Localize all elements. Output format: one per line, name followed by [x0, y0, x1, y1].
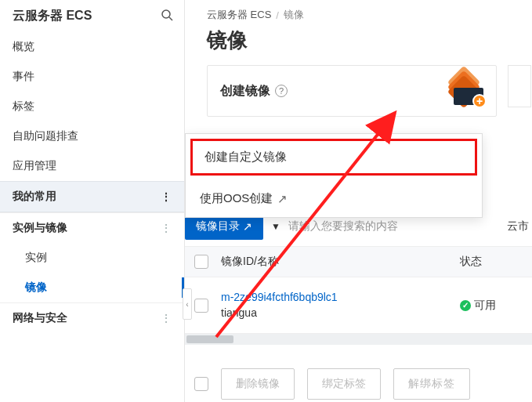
help-icon[interactable]: ? [275, 85, 288, 97]
breadcrumb-separator: / [276, 9, 279, 21]
image-stack-icon: + [440, 77, 483, 105]
sidebar-item-selfcheck[interactable]: 自助问题排查 [0, 121, 184, 151]
footer-select-all-checkbox[interactable] [194, 377, 208, 391]
image-name: tiangua [221, 306, 447, 321]
create-image-dropdown: 创建自定义镜像 使用OOS创建 ↗ [185, 133, 483, 218]
row-checkbox[interactable] [194, 299, 208, 313]
sidebar: 云服务器 ECS 概览 事件 标签 自助问题排查 应用管理 我的常用 ⋮ 实例与… [0, 0, 185, 402]
svg-line-1 [169, 17, 172, 20]
image-table: 镜像ID/名称 状态 m-2ze99i4fcthf6bqb9lc1 tiangu… [185, 246, 532, 348]
create-image-card[interactable]: 创建镜像 ? + [207, 65, 497, 117]
more-vertical-icon[interactable]: ⋮ [161, 222, 172, 234]
external-link-icon: ↗ [277, 192, 288, 206]
sidebar-group-favorites[interactable]: 我的常用 ⋮ [0, 181, 184, 212]
horizontal-scrollbar[interactable] [185, 334, 532, 345]
sidebar-collapse-handle[interactable]: ‹ [183, 288, 192, 320]
sidebar-item-tags[interactable]: 标签 [0, 92, 184, 121]
dropdown-item-custom-image-label: 创建自定义镜像 [204, 150, 287, 165]
column-header-status[interactable]: 状态 [460, 255, 523, 269]
image-directory-button-label: 镜像目录 [196, 219, 240, 234]
bind-tag-button[interactable]: 绑定标签 [307, 368, 381, 400]
sidebar-group-instances[interactable]: 实例与镜像 ⋮ [0, 212, 184, 243]
dropdown-item-oos[interactable]: 使用OOS创建 ↗ [186, 180, 482, 217]
svg-point-0 [162, 10, 170, 18]
sidebar-group-favorites-label: 我的常用 [13, 190, 56, 204]
search-icon[interactable] [161, 9, 173, 24]
column-header-id[interactable]: 镜像ID/名称 [221, 255, 447, 269]
sidebar-item-overview[interactable]: 概览 [0, 32, 184, 62]
breadcrumb-current: 镜像 [284, 8, 304, 22]
sidebar-title: 云服务器 ECS [13, 8, 92, 24]
table-footer-actions: 删除镜像 绑定标签 解绑标签 [185, 364, 532, 402]
adjacent-card[interactable] [508, 65, 531, 107]
sidebar-item-instance[interactable]: 实例 [0, 243, 184, 273]
dropdown-item-oos-label: 使用OOS创建 [200, 191, 273, 206]
filter-caret-icon[interactable]: ▼ [271, 221, 280, 232]
table-header: 镜像ID/名称 状态 [185, 246, 532, 277]
breadcrumb: 云服务器 ECS / 镜像 [207, 8, 532, 22]
external-link-icon: ↗ [243, 220, 252, 233]
select-all-checkbox[interactable] [194, 255, 208, 269]
sidebar-group-instances-label: 实例与镜像 [13, 221, 67, 235]
status-ok-icon: ✓ [460, 300, 471, 311]
image-id-link[interactable]: m-2ze99i4fcthf6bqb9lc1 [221, 290, 447, 306]
status-text: 可用 [474, 299, 496, 313]
main-content: 云服务器 ECS / 镜像 镜像 创建镜像 ? + 创建自定义镜 [185, 0, 532, 402]
page-title: 镜像 [207, 27, 532, 54]
sidebar-group-network-label: 网络与安全 [13, 311, 67, 325]
breadcrumb-root[interactable]: 云服务器 ECS [207, 8, 271, 22]
sidebar-item-image[interactable]: 镜像 [0, 273, 184, 302]
create-image-title: 创建镜像 [220, 83, 270, 100]
search-input[interactable]: 请输入您要搜索的内容 [288, 219, 499, 234]
sidebar-item-appmgr[interactable]: 应用管理 [0, 151, 184, 181]
marketplace-link-truncated[interactable]: 云市 [507, 219, 532, 234]
delete-image-button[interactable]: 删除镜像 [221, 368, 295, 400]
dropdown-item-custom-image[interactable]: 创建自定义镜像 [190, 139, 477, 176]
more-vertical-icon[interactable]: ⋮ [161, 312, 172, 324]
sidebar-group-network[interactable]: 网络与安全 ⋮ [0, 302, 184, 333]
search-placeholder: 请输入您要搜索的内容 [288, 219, 398, 234]
table-row: m-2ze99i4fcthf6bqb9lc1 tiangua ✓ 可用 [185, 277, 532, 334]
plus-badge-icon: + [472, 94, 487, 108]
more-vertical-icon[interactable]: ⋮ [161, 190, 172, 203]
unbind-tag-button[interactable]: 解绑标签 [393, 368, 470, 400]
sidebar-item-events[interactable]: 事件 [0, 62, 184, 92]
